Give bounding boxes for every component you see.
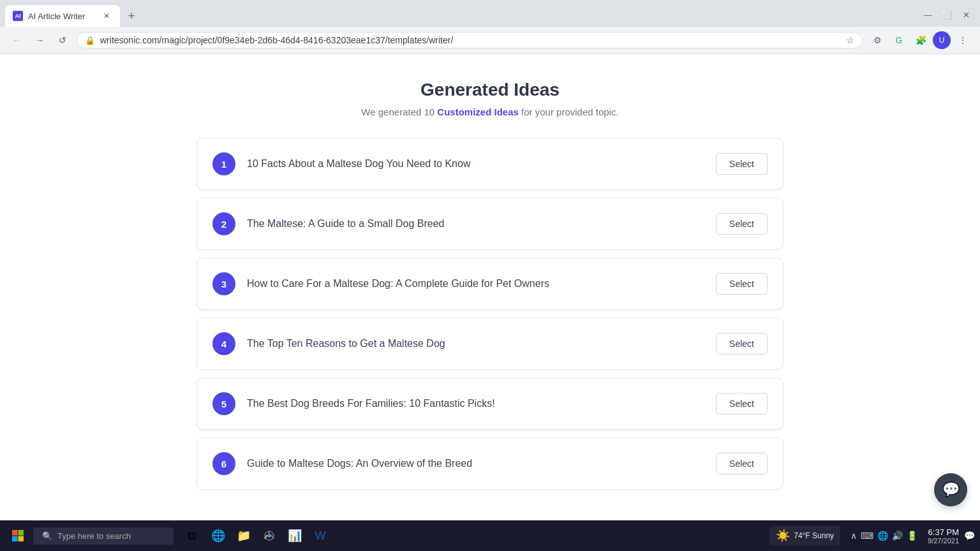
more-options-button[interactable]: ⋮ <box>953 31 972 50</box>
maximize-button[interactable]: ⬜ <box>938 6 956 24</box>
idea-number: 4 <box>212 332 235 355</box>
url-text: writesonic.com/magic/project/0f9e34eb-2d… <box>100 35 841 45</box>
select-idea-button[interactable]: Select <box>716 393 768 415</box>
refresh-button[interactable]: ↺ <box>54 31 71 49</box>
svg-rect-0 <box>12 530 18 536</box>
select-idea-button[interactable]: Select <box>716 153 768 175</box>
idea-number: 1 <box>212 152 235 175</box>
window-controls: — ⬜ ✕ <box>919 6 975 26</box>
clock-date: 9/27/2021 <box>928 537 959 545</box>
idea-card: 5 The Best Dog Breeds For Families: 10 F… <box>197 378 783 430</box>
sun-icon: ☀️ <box>776 529 790 543</box>
taskbar-right: ☀️ 74°F Sunny ∧ ⌨ 🌐 🔊 🔋 6:37 PM 9/27/202… <box>769 526 975 545</box>
network-icon[interactable]: 🌐 <box>877 531 888 541</box>
subtitle-highlight: Customized Ideas <box>437 107 519 117</box>
chevron-up-tray-icon[interactable]: ∧ <box>850 531 857 541</box>
svg-rect-3 <box>19 536 24 542</box>
keyboard-icon[interactable]: ⌨ <box>861 531 873 541</box>
idea-number: 3 <box>212 272 235 295</box>
taskbar-apps: ⧉ 🌐 📁 📊 W <box>179 523 332 548</box>
taskbar-search[interactable]: 🔍 Type here to search <box>33 527 174 545</box>
extensions-puzzle-icon[interactable]: 🧩 <box>911 31 930 50</box>
grammarly-icon[interactable]: G <box>889 31 909 50</box>
windows-logo-icon <box>11 529 24 542</box>
idea-number: 2 <box>212 212 235 235</box>
idea-text: Guide to Maltese Dogs: An Overview of th… <box>247 458 704 469</box>
task-view-button[interactable]: ⧉ <box>179 523 204 548</box>
taskbar-edge-icon[interactable]: 🌐 <box>207 524 230 547</box>
address-bar-row: ← → ↺ 🔒 writesonic.com/magic/project/0f9… <box>0 27 980 54</box>
taskbar-files-icon[interactable]: 📁 <box>232 524 255 547</box>
idea-text: The Top Ten Reasons to Get a Maltese Dog <box>247 338 704 349</box>
new-tab-button[interactable]: + <box>122 7 140 25</box>
address-bar[interactable]: 🔒 writesonic.com/magic/project/0f9e34eb-… <box>77 32 863 48</box>
ideas-container: 1 10 Facts About a Maltese Dog You Need … <box>197 138 783 490</box>
page-content: Generated Ideas We generated 10 Customiz… <box>0 54 980 520</box>
taskbar-word-icon[interactable]: W <box>309 524 332 547</box>
volume-icon[interactable]: 🔊 <box>892 531 903 541</box>
idea-text: How to Care For a Maltese Dog: A Complet… <box>247 278 704 290</box>
idea-card: 1 10 Facts About a Maltese Dog You Need … <box>197 138 783 190</box>
taskbar-office-icon[interactable]: 📊 <box>283 524 306 547</box>
system-tray: ∧ ⌨ 🌐 🔊 🔋 <box>845 531 923 541</box>
subtitle-after: for your provided topic. <box>519 107 619 117</box>
profile-avatar[interactable]: U <box>933 31 951 49</box>
svg-rect-2 <box>12 536 18 542</box>
tab-close-button[interactable]: ✕ <box>101 10 112 22</box>
idea-card: 4 The Top Ten Reasons to Get a Maltese D… <box>197 318 783 370</box>
select-idea-button[interactable]: Select <box>716 213 768 235</box>
idea-card: 6 Guide to Maltese Dogs: An Overview of … <box>197 437 783 490</box>
idea-number: 5 <box>212 392 235 415</box>
weather-text: 74°F Sunny <box>794 531 834 540</box>
page-header: Generated Ideas We generated 10 Customiz… <box>13 80 967 117</box>
bookmark-icon[interactable]: ☆ <box>846 35 854 45</box>
window-close-button[interactable]: ✕ <box>957 6 975 24</box>
idea-text: The Maltese: A Guide to a Small Dog Bree… <box>247 218 704 230</box>
select-idea-button[interactable]: Select <box>716 333 768 355</box>
tab-favicon: AI <box>13 11 23 21</box>
select-idea-button[interactable]: Select <box>716 453 768 474</box>
taskbar-chrome-icon[interactable] <box>258 524 281 547</box>
extensions-button[interactable]: ⚙ <box>868 31 887 50</box>
page-subtitle: We generated 10 Customized Ideas for you… <box>13 107 967 117</box>
lock-icon: 🔒 <box>85 36 95 45</box>
select-idea-button[interactable]: Select <box>716 273 768 295</box>
start-button[interactable] <box>5 523 31 548</box>
back-button[interactable]: ← <box>8 31 26 49</box>
battery-icon[interactable]: 🔋 <box>907 531 917 541</box>
time-block[interactable]: 6:37 PM 9/27/2021 <box>928 527 959 545</box>
taskbar: 🔍 Type here to search ⧉ 🌐 📁 📊 W ☀️ 74°F … <box>0 520 980 551</box>
idea-number: 6 <box>212 452 235 475</box>
svg-point-5 <box>267 534 271 538</box>
idea-text: The Best Dog Breeds For Families: 10 Fan… <box>247 398 704 409</box>
forward-button[interactable]: → <box>31 31 48 49</box>
taskbar-search-placeholder: Type here to search <box>57 531 131 541</box>
svg-rect-1 <box>19 530 24 536</box>
notification-icon[interactable]: 💬 <box>964 531 975 541</box>
active-tab[interactable]: AI AI Article Writer ✕ <box>5 5 120 27</box>
tab-label: AI Article Writer <box>28 11 96 21</box>
browser-chrome: AI AI Article Writer ✕ + — ⬜ ✕ ← → ↺ 🔒 w… <box>0 0 980 54</box>
chat-bubble-button[interactable]: 💬 <box>934 473 967 506</box>
idea-card: 3 How to Care For a Maltese Dog: A Compl… <box>197 258 783 310</box>
page-title: Generated Ideas <box>13 80 967 100</box>
minimize-button[interactable]: — <box>919 6 937 24</box>
clock-time: 6:37 PM <box>928 527 959 537</box>
idea-card: 2 The Maltese: A Guide to a Small Dog Br… <box>197 198 783 250</box>
tab-bar: AI AI Article Writer ✕ + — ⬜ ✕ <box>0 0 980 27</box>
idea-text: 10 Facts About a Maltese Dog You Need to… <box>247 158 704 170</box>
toolbar-right: ⚙ G 🧩 U ⋮ <box>868 31 972 50</box>
subtitle-before: We generated 10 <box>361 107 437 117</box>
weather-widget[interactable]: ☀️ 74°F Sunny <box>769 526 840 545</box>
search-icon: 🔍 <box>42 531 52 541</box>
